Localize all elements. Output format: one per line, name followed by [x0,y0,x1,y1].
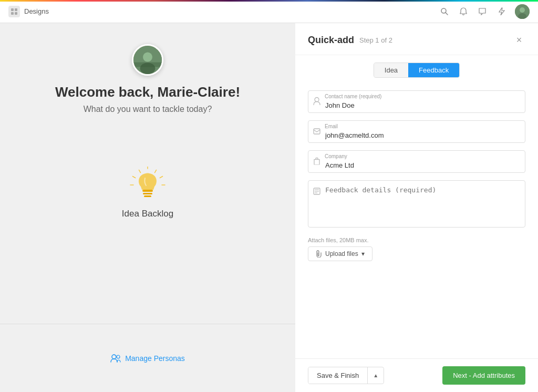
manage-personas-button[interactable]: Manage Personas [110,354,185,363]
svg-rect-1 [15,8,17,11]
svg-rect-20 [142,190,153,192]
feedback-tab[interactable]: Feedback [408,63,459,77]
search-icon[interactable] [439,6,450,17]
quick-add-header: Quick-add Step 1 of 2 × [295,23,538,55]
welcome-title: Welcome back, Marie-Claire! [55,84,240,100]
welcome-subtitle: What do you want to tackle today? [84,105,212,114]
contact-name-input[interactable] [308,90,525,113]
form-area: Contact name (required) Email Company [295,82,538,358]
svg-rect-3 [15,12,17,15]
save-finish-dropdown-button[interactable]: ▲ [368,368,384,383]
svg-line-17 [132,177,135,178]
email-input[interactable] [308,120,525,143]
svg-point-7 [520,7,525,13]
footer: Save & Finish ▲ Next - Add attributes [295,358,538,392]
save-finish-button-group: Save & Finish ▲ [308,367,384,384]
idea-backlog-container: Idea Backlog [122,167,173,219]
svg-rect-22 [144,195,151,197]
nav-gradient [0,0,538,2]
left-panel: Welcome back, Marie-Claire! What do you … [0,23,295,392]
next-button[interactable]: Next - Add attributes [442,366,525,385]
manage-personas-icon [110,354,121,363]
main-layout: Welcome back, Marie-Claire! What do you … [0,23,538,392]
svg-point-24 [117,355,120,358]
chat-icon[interactable] [477,6,488,17]
header-right: × [513,34,525,46]
feedback-details-textarea[interactable] [308,180,525,228]
quick-add-title: Quick-add Step 1 of 2 [308,35,392,46]
nav-icons [439,4,530,19]
tab-row: Idea Feedback [295,55,538,82]
upload-files-button[interactable]: Upload files ▾ [308,246,373,261]
svg-line-14 [154,170,156,172]
welcome-avatar [132,44,163,76]
tab-toggle: Idea Feedback [374,63,460,78]
lightbulb-icon [129,167,166,209]
step-label: Step 1 of 2 [359,36,392,44]
attach-label: Attach files, 20MB max. [308,237,525,243]
upload-files-label: Upload files [325,250,358,257]
company-field: Company [308,150,525,173]
contact-name-field: Contact name (required) [308,90,525,113]
company-input[interactable] [308,150,525,173]
avatar[interactable] [515,4,530,19]
email-field: Email [308,120,525,143]
quick-add-title-text: Quick-add [308,35,354,46]
svg-line-16 [139,170,140,172]
svg-line-5 [446,13,448,15]
idea-backlog-label: Idea Backlog [122,209,173,219]
nav-logo: Designs [8,6,49,17]
svg-rect-12 [133,63,162,67]
svg-rect-21 [143,193,152,194]
svg-point-23 [112,355,116,359]
feedback-details-field [308,180,525,230]
idea-tab[interactable]: Idea [374,63,408,77]
bell-icon[interactable] [458,6,469,17]
paperclip-icon [316,250,322,257]
svg-line-15 [160,177,162,178]
logo-icon [8,6,20,17]
svg-point-10 [143,53,152,62]
svg-rect-2 [11,12,14,15]
top-nav: Designs [0,0,538,23]
right-panel: Quick-add Step 1 of 2 × Idea Feedback Co… [295,23,538,392]
attach-section: Attach files, 20MB max. Upload files ▾ [308,237,525,261]
svg-rect-0 [11,8,14,11]
nav-brand-label: Designs [24,7,49,15]
upload-dropdown-arrow: ▾ [361,250,365,257]
bottom-section: Manage Personas [0,324,295,392]
lightning-icon[interactable] [496,6,506,17]
close-button[interactable]: × [513,34,525,46]
save-finish-main-button[interactable]: Save & Finish [308,367,368,384]
manage-personas-label: Manage Personas [125,354,185,363]
